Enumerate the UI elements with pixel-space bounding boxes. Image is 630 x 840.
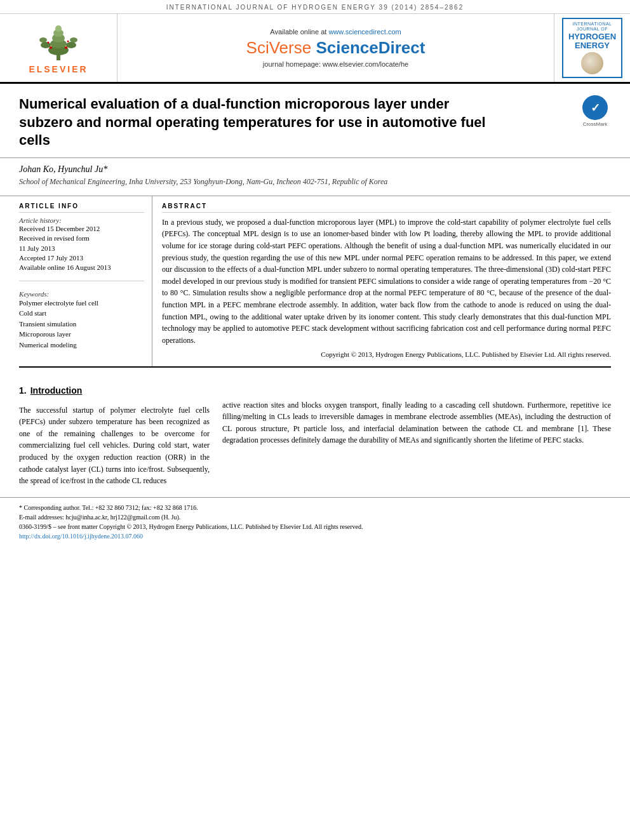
keyword-1: Polymer electrolyte fuel cell <box>19 298 144 309</box>
svg-point-13 <box>67 40 69 42</box>
abstract-column: ABSTRACT In a previous study, we propose… <box>152 196 611 366</box>
sciencedirect-box: Available online at www.sciencedirect.co… <box>117 14 554 82</box>
footnote-corresponding: * Corresponding author. Tel.: +82 32 860… <box>19 503 611 512</box>
journal-name-text: INTERNATIONAL JOURNAL OF HYDROGEN ENERGY… <box>166 4 464 11</box>
article-title: Numerical evaluation of a dual-function … <box>19 95 495 150</box>
hydrogen-word: HYDROGENENERGY <box>568 32 616 51</box>
hydrogen-energy-badge: INTERNATIONALJOURNAL OF HYDROGENENERGY <box>562 18 622 78</box>
affiliation-line: School of Mechanical Engineering, Inha U… <box>19 177 611 187</box>
footnote-issn: 0360-3199/$ – see front matter Copyright… <box>19 522 611 531</box>
available-online-date: Available online 16 August 2013 <box>19 263 144 272</box>
authors-section: Johan Ko, Hyunchul Ju* School of Mechani… <box>0 158 630 190</box>
elsevier-logo-box: ELSEVIER <box>0 14 117 82</box>
abstract-heading: ABSTRACT <box>162 203 611 213</box>
introduction-left-column: 1. Introduction The successful startup o… <box>19 368 210 487</box>
svg-point-5 <box>55 25 62 32</box>
introduction-right-text: active reaction sites and blocks oxygen … <box>222 399 611 446</box>
footnote-email: E-mail addresses: hcju@inha.ac.kr, hrj12… <box>19 512 611 522</box>
revised-date: 11 July 2013 <box>19 244 144 253</box>
svg-point-6 <box>41 42 51 48</box>
article-history-label: Article history: <box>19 217 144 224</box>
introduction-right-column: active reaction sites and blocks oxygen … <box>222 368 611 487</box>
article-info-abstract-section: ARTICLE INFO Article history: Received 1… <box>0 196 630 366</box>
keywords-section: Keywords: Polymer electrolyte fuel cell … <box>19 281 144 350</box>
copyright-line: Copyright © 2013, Hydrogen Energy Public… <box>162 350 611 359</box>
article-info-column: ARTICLE INFO Article history: Received 1… <box>19 196 152 366</box>
sciverse-sciencedirect-logo: SciVerse ScienceDirect <box>246 38 426 58</box>
crossmark-badge: ✓ CrossMark <box>579 95 611 127</box>
svg-point-11 <box>65 46 67 49</box>
keyword-3: Transient simulation <box>19 319 144 330</box>
keyword-5: Numerical modeling <box>19 340 144 350</box>
revised-label: Received in revised form <box>19 234 144 243</box>
footnote-doi: http://dx.doi.org/10.1016/j.ijhydene.201… <box>19 531 611 541</box>
hydrogen-logo-box: INTERNATIONALJOURNAL OF HYDROGENENERGY <box>554 14 630 82</box>
svg-point-10 <box>50 46 52 49</box>
svg-point-8 <box>66 42 76 48</box>
main-content: 1. Introduction The successful startup o… <box>0 368 630 487</box>
keyword-2: Cold start <box>19 308 144 319</box>
accepted-date: Accepted 17 July 2013 <box>19 253 144 263</box>
sciencedirect-url[interactable]: www.sciencedirect.com <box>328 28 401 36</box>
svg-point-9 <box>70 37 77 43</box>
section-number: 1. <box>19 385 27 396</box>
abstract-text: In a previous study, we proposed a dual-… <box>162 217 611 347</box>
doi-link[interactable]: http://dx.doi.org/10.1016/j.ijhydene.201… <box>19 533 143 540</box>
hydrogen-badge-image <box>581 52 603 74</box>
homepage-text: journal homepage: www.elsevier.com/locat… <box>263 60 408 68</box>
journal-header: ELSEVIER Available online at www.science… <box>0 14 630 84</box>
received-date: Received 15 December 2012 <box>19 224 144 234</box>
elsevier-brand-text: ELSEVIER <box>29 64 88 74</box>
available-online-text: Available online at www.sciencedirect.co… <box>270 28 401 36</box>
article-title-section: Numerical evaluation of a dual-function … <box>0 84 630 158</box>
crossmark-text: CrossMark <box>583 121 608 127</box>
keyword-4: Microporous layer <box>19 329 144 340</box>
page-footer: * Corresponding author. Tel.: +82 32 860… <box>0 497 630 546</box>
crossmark-icon: ✓ <box>582 95 608 120</box>
journal-header-bar: INTERNATIONAL JOURNAL OF HYDROGEN ENERGY… <box>0 0 630 14</box>
keywords-heading: Keywords: <box>19 290 144 298</box>
intl-label: INTERNATIONALJOURNAL OF <box>573 22 612 32</box>
elsevier-tree-icon <box>33 22 84 62</box>
article-info-heading: ARTICLE INFO <box>19 203 144 213</box>
svg-point-12 <box>48 41 50 43</box>
section-title: Introduction <box>30 385 83 396</box>
svg-point-7 <box>39 37 47 43</box>
introduction-left-text: The successful startup of polymer electr… <box>19 404 210 487</box>
authors-line: Johan Ko, Hyunchul Ju* <box>19 164 611 175</box>
